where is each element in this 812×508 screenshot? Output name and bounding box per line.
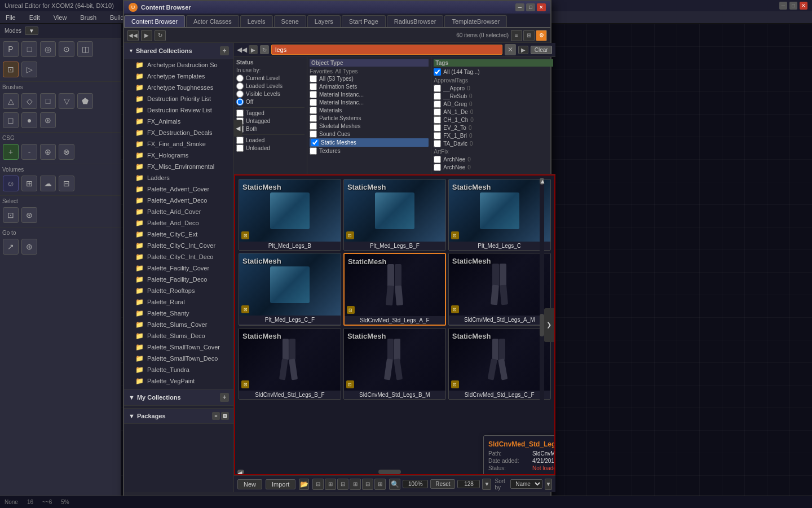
zoom-input[interactable] <box>403 480 428 488</box>
list-item[interactable]: 📁Palette_Shanty <box>124 308 233 319</box>
cb-close-btn[interactable]: ✕ <box>537 3 546 11</box>
list-item[interactable]: 📁Palette_Slums_Deco <box>124 330 233 341</box>
menu-view[interactable]: View <box>50 13 70 22</box>
view-mode-btn-3[interactable]: ⊟ <box>337 479 348 490</box>
tool-btn-4[interactable]: ⊙ <box>59 41 74 57</box>
grid-scroll-right-btn[interactable]: ❯ <box>544 308 554 342</box>
list-item[interactable]: 📁Archetype Destruction So <box>124 59 233 71</box>
filter-tag-ch1ch[interactable]: CH_1_Ch 0 <box>434 116 553 124</box>
search-clear-icon[interactable]: ✕ <box>505 44 516 55</box>
filter-tag-tadavic[interactable]: TA_Davic 0 <box>434 140 553 147</box>
panel-collapse-btn[interactable]: ◀ <box>233 120 234 137</box>
brush-btn-2[interactable]: ◇ <box>21 93 37 109</box>
asset-item[interactable]: StaticMesh ⊡ SldCnvMed_Std_Legs_A_M <box>448 253 551 326</box>
asset-item[interactable]: StaticMesh ⊡ Plt_Med_Legs_C <box>448 179 551 251</box>
filter-untagged[interactable]: Untagged <box>236 117 304 125</box>
grid-hscrollbar-thumb[interactable] <box>378 470 401 474</box>
grid-scrollbar-up-btn[interactable]: ▲ <box>540 178 544 185</box>
size-dropdown-btn[interactable]: ▼ <box>482 479 491 490</box>
filter-tag-fx1bri[interactable]: FX_1_Bri 0 <box>434 132 553 139</box>
tab-template-browser[interactable]: TemplateBrowser <box>444 15 507 27</box>
list-item[interactable]: 📁Palette_Arid_Cover <box>124 206 233 217</box>
shared-collections-add-btn[interactable]: + <box>220 46 229 55</box>
filter-tag-an1de[interactable]: AN_1_De 0 <box>434 108 553 116</box>
cb-minimize-btn[interactable]: ─ <box>515 3 524 11</box>
list-item[interactable]: 📁FX_Animals <box>124 116 233 127</box>
filter-tag-archnee-2[interactable]: ArchNee 0 <box>434 164 553 171</box>
search-input[interactable] <box>271 45 502 55</box>
packages-header[interactable]: ▼ Packages ≡ ⊞ <box>124 408 233 424</box>
cb-maximize-btn[interactable]: □ <box>526 3 535 11</box>
sort-order-btn[interactable]: ▼ <box>545 479 551 490</box>
filter-tag-adgreg[interactable]: AD_Greg 0 <box>434 100 553 108</box>
list-item[interactable]: 📁Destruction Priority List <box>124 93 233 104</box>
tool-btn-7[interactable]: ▷ <box>21 62 37 77</box>
filter-animation-sets[interactable]: Animation Sets <box>310 83 429 90</box>
view-grid-btn[interactable]: ⊞ <box>523 30 535 41</box>
my-collections-add-btn[interactable]: + <box>220 393 229 402</box>
filter-all-tags[interactable]: All (144 Tag...) <box>434 68 553 76</box>
brush-btn-6[interactable]: ◻ <box>3 112 19 128</box>
asset-item[interactable]: StaticMesh ⊡ Plt_Med_Legs_C_F <box>239 253 341 326</box>
asset-item[interactable]: StaticMesh ⊡ Plt_Med_Legs_B_F <box>343 179 446 251</box>
tool-btn-3[interactable]: ◎ <box>40 41 56 57</box>
brush-btn-3[interactable]: □ <box>40 93 56 109</box>
tab-levels[interactable]: Levels <box>240 15 273 27</box>
asset-item[interactable]: StaticMesh ⊡ SldCnvMed_Std_Legs_B_M <box>343 328 446 400</box>
goto-btn-1[interactable]: ↗ <box>3 239 19 255</box>
nav-back-btn[interactable]: ◀◀ <box>127 30 139 41</box>
sel-btn-2[interactable]: ⊛ <box>21 207 37 223</box>
brush-btn-1[interactable]: △ <box>3 93 19 109</box>
list-item[interactable]: 📁Palette_CityC_Int_Cover <box>124 240 233 251</box>
filter-static-meshes[interactable]: Static Meshes <box>310 138 429 147</box>
brush-btn-7[interactable]: ● <box>21 112 37 128</box>
list-item[interactable]: 📁Palette_Advent_Deco <box>124 195 233 206</box>
shared-collections-header[interactable]: ▼ Shared Collections + <box>124 43 233 59</box>
filter-material-instanc-1[interactable]: Material Instanc... <box>310 91 429 98</box>
my-collections-header[interactable]: ▼ My Collections + <box>124 389 233 406</box>
list-item[interactable]: 📁FX_Misc_Environmental <box>124 161 233 172</box>
asset-item[interactable]: StaticMesh ⊡ SldCnvMed_Std_Legs_B_F <box>239 328 341 400</box>
vol-btn-3[interactable]: ☁ <box>40 176 56 191</box>
brush-btn-4[interactable]: ▽ <box>59 93 74 109</box>
asset-item[interactable]: StaticMesh ⊡ SldCnvMed_Std_Legs_C_F <box>448 328 551 400</box>
vol-btn-4[interactable]: ⊟ <box>59 176 74 191</box>
list-item[interactable]: 📁Palette_Facility_Cover <box>124 262 233 274</box>
csg-btn-4[interactable]: ⊗ <box>59 144 74 160</box>
vol-btn-2[interactable]: ⊞ <box>21 176 37 191</box>
csg-btn-1[interactable]: + <box>3 144 19 160</box>
new-asset-btn[interactable]: New <box>237 479 262 489</box>
filter-unloaded[interactable]: Unloaded <box>236 144 304 152</box>
list-item[interactable]: 📁Destruction Review List <box>124 104 233 116</box>
list-item[interactable]: 📁Palette_Slums_Cover <box>124 319 233 330</box>
view-mode-btn-1[interactable]: ⊟ <box>312 479 324 490</box>
filter-particle-systems[interactable]: Particle Systems <box>310 115 429 122</box>
search-filter-btn[interactable]: 🔍 <box>389 479 400 490</box>
grid-scrollbar-thumb[interactable] <box>540 314 544 336</box>
search-options-btn[interactable]: ▶ <box>518 46 528 54</box>
import-btn[interactable]: Import <box>266 479 295 489</box>
sel-btn-1[interactable]: ⊡ <box>3 207 19 223</box>
csg-btn-2[interactable]: - <box>21 144 37 160</box>
list-item[interactable]: 📁FX_Destruction_Decals <box>124 127 233 138</box>
view-list-btn[interactable]: ≡ <box>511 30 522 41</box>
list-item[interactable]: 📁Palette_Facility_Deco <box>124 274 233 285</box>
brush-btn-5[interactable]: ⬟ <box>77 93 93 109</box>
tab-start-page[interactable]: Start Page <box>342 15 386 27</box>
view-options-btn[interactable]: ⚙ <box>536 30 547 41</box>
list-item[interactable]: 📁Palette_SmallTown_Deco <box>124 353 233 364</box>
tool-btn-5[interactable]: ◫ <box>77 41 93 57</box>
minimize-button[interactable]: ─ <box>779 2 787 10</box>
modes-dropdown[interactable]: ▼ <box>25 27 38 35</box>
search-clear-btn[interactable]: Clear <box>531 46 552 54</box>
filter-visible-levels[interactable]: Visible Levels <box>236 90 304 98</box>
vol-btn-1[interactable]: ☺ <box>3 176 19 191</box>
close-button[interactable]: ✕ <box>800 2 807 10</box>
goto-btn-2[interactable]: ⊕ <box>21 239 37 255</box>
tool-btn-1[interactable]: P <box>3 41 19 57</box>
view-mode-btn-6[interactable]: ⊞ <box>374 479 386 490</box>
filter-all-types[interactable]: All (53 Types) <box>310 75 429 82</box>
filter-textures[interactable]: Textures <box>310 147 429 155</box>
list-item[interactable]: 📁Palette_SmallTown_Cover <box>124 341 233 353</box>
list-item[interactable]: 📁Palette_Arid_Deco <box>124 217 233 229</box>
